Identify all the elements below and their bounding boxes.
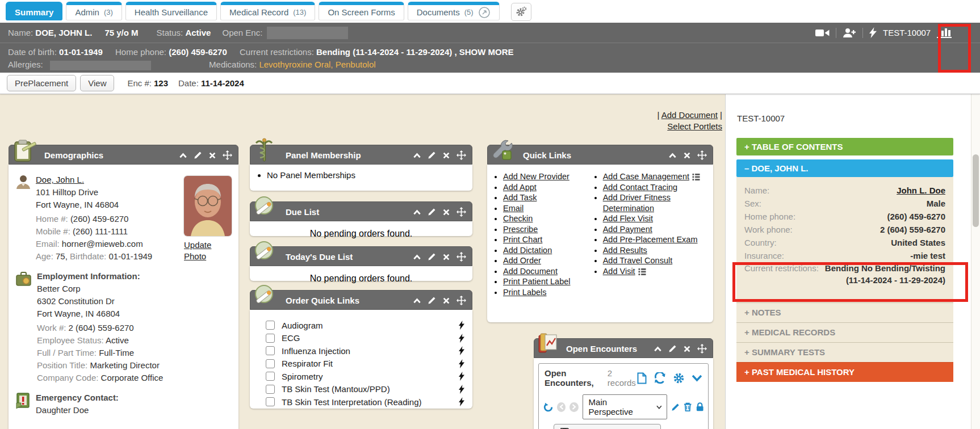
edit-icon[interactable] (428, 208, 436, 216)
tab-admin[interactable]: Admin(3) (66, 2, 122, 20)
move-icon[interactable] (457, 252, 466, 262)
lightning-icon[interactable] (459, 334, 464, 343)
quick-link[interactable]: Print Labels (503, 288, 547, 297)
move-icon[interactable] (697, 150, 707, 160)
section-medical-records[interactable]: + MEDICAL RECORDS (736, 322, 953, 342)
refresh-icon[interactable] (654, 372, 666, 384)
close-icon[interactable] (442, 152, 450, 159)
quick-link[interactable]: Checkin (503, 214, 533, 223)
quick-link[interactable]: Add Flex Visit (603, 214, 653, 223)
trash-icon[interactable] (684, 402, 692, 412)
lightning-icon[interactable] (869, 27, 877, 38)
portlet-header[interactable]: Open Encounters (534, 338, 713, 358)
move-icon[interactable] (457, 207, 466, 217)
lightning-icon[interactable] (459, 397, 464, 406)
portlet-header[interactable]: Today's Due List (250, 246, 472, 266)
next-button[interactable] (569, 402, 578, 412)
view-button[interactable]: View (80, 75, 114, 91)
lightning-icon[interactable] (459, 346, 464, 355)
edit-icon[interactable] (428, 296, 436, 305)
lightning-icon[interactable] (459, 372, 464, 381)
lightning-icon[interactable] (459, 359, 464, 368)
scrollbar-thumb[interactable] (973, 154, 979, 227)
order-checkbox[interactable] (266, 321, 275, 330)
quick-link[interactable]: Add Order (503, 256, 541, 265)
list-icon[interactable] (692, 173, 700, 180)
close-icon[interactable] (442, 253, 450, 261)
tab-on-screen-forms[interactable]: On Screen Forms (319, 2, 404, 20)
quick-link[interactable]: Add Results (603, 246, 647, 255)
order-label[interactable]: TB Skin Test Interpretation (Reading) (282, 397, 422, 407)
lock-icon[interactable] (696, 402, 703, 412)
move-icon[interactable] (223, 150, 232, 160)
patient-name-link[interactable]: John L. Doe (897, 186, 945, 195)
undo-icon[interactable] (543, 402, 553, 413)
portlet-header[interactable]: Demographics (9, 145, 238, 165)
restrictions-value[interactable]: Bending (11-14-2024 - 11-29-2024) , SHOW… (316, 47, 514, 57)
quick-link[interactable]: Add Driver Fitness Determination (603, 193, 671, 213)
collapse-icon[interactable] (668, 152, 677, 159)
quick-link[interactable]: Add Dictation (503, 246, 552, 255)
edit-icon[interactable] (194, 151, 202, 159)
collapse-icon[interactable] (413, 297, 421, 304)
edit-icon[interactable] (671, 402, 680, 412)
collapse-icon[interactable] (413, 253, 421, 260)
order-label[interactable]: ECG (282, 333, 300, 343)
edit-icon[interactable] (428, 151, 436, 159)
edit-icon[interactable] (428, 253, 436, 261)
list-icon[interactable] (638, 268, 646, 275)
close-icon[interactable] (683, 345, 691, 353)
order-checkbox[interactable] (266, 346, 275, 355)
store-displayed-data-button[interactable]: Store Displayed Data (554, 424, 661, 429)
add-person-icon[interactable] (843, 28, 856, 38)
move-icon[interactable] (457, 150, 466, 160)
patient-name-link[interactable]: Doe, John L. (36, 175, 84, 184)
move-icon[interactable] (457, 296, 466, 305)
gear-icon[interactable] (673, 372, 685, 384)
order-label[interactable]: Respirator Fit (282, 359, 333, 368)
quick-link[interactable]: Add Payment (603, 225, 652, 234)
perspective-select[interactable]: Main Perspective (583, 394, 667, 419)
quick-link[interactable]: Add Pre-Placement Exam (603, 235, 698, 244)
lightning-icon[interactable] (459, 385, 464, 394)
collapse-icon[interactable] (179, 152, 187, 159)
portlet-header[interactable]: Order Quick Links (250, 290, 472, 310)
select-portlets-link[interactable]: Select Portlets (667, 121, 722, 131)
quick-link[interactable]: Add Travel Consult (603, 256, 673, 265)
tab-medical-record[interactable]: Medical Record(13) (220, 2, 315, 20)
order-checkbox[interactable] (266, 397, 275, 406)
chevron-down-icon[interactable] (692, 375, 702, 382)
medications-value[interactable]: Levothyroxine Oral, Penbutolol (259, 60, 375, 69)
table-of-contents-header[interactable]: + TABLE OF CONTENTS (736, 138, 953, 155)
close-icon[interactable] (442, 297, 450, 305)
add-document-link[interactable]: Add Document (661, 110, 718, 120)
close-icon[interactable] (442, 208, 450, 216)
quick-link[interactable]: Print Chart (503, 235, 542, 244)
tab-health-surveillance[interactable]: Health Surveillance (125, 2, 217, 20)
collapse-icon[interactable] (413, 208, 421, 216)
quick-link[interactable]: Print Patient Label (503, 277, 571, 286)
edit-icon[interactable] (668, 344, 677, 353)
flowsheet-chart-icon[interactable] (937, 27, 952, 39)
lightning-icon[interactable] (459, 321, 464, 330)
quick-link[interactable]: Add New Provider (503, 172, 569, 181)
quick-link[interactable]: Prescribe (503, 225, 538, 234)
scrollbar[interactable] (971, 94, 980, 429)
close-icon[interactable] (683, 152, 691, 159)
quick-link[interactable]: Add Visit (603, 267, 635, 276)
video-camera-icon[interactable] (815, 28, 830, 37)
order-checkbox[interactable] (266, 372, 275, 381)
collapse-icon[interactable] (413, 152, 421, 159)
order-checkbox[interactable] (266, 385, 275, 394)
quick-link[interactable]: Add Task (503, 193, 537, 202)
new-document-icon[interactable] (636, 372, 647, 384)
close-icon[interactable] (208, 152, 216, 159)
move-icon[interactable] (697, 344, 707, 354)
tab-documents[interactable]: Documents(5) (408, 2, 500, 20)
prev-button[interactable] (557, 402, 566, 412)
portlet-header[interactable]: Due List (250, 201, 472, 221)
section-notes[interactable]: + NOTES (736, 302, 953, 322)
order-checkbox[interactable] (266, 334, 275, 343)
quick-link[interactable]: Add Case Management (603, 172, 689, 181)
order-label[interactable]: Audiogram (282, 321, 323, 330)
